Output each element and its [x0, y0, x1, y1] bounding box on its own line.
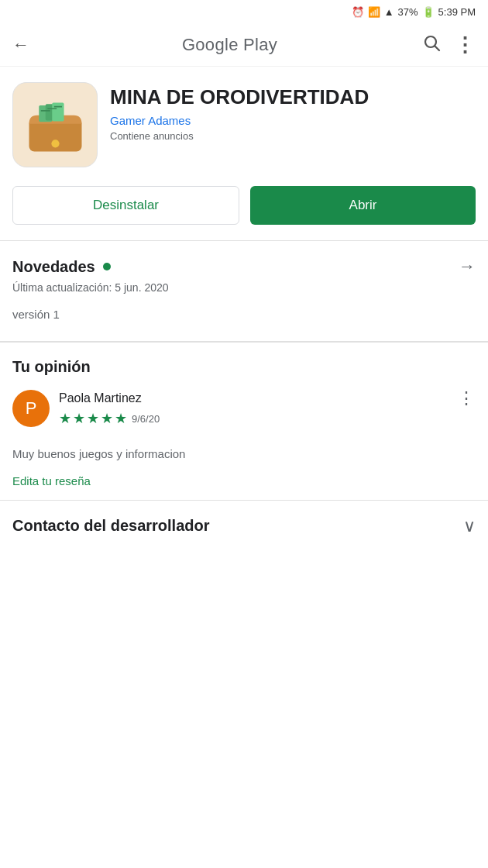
opinion-title: Tu opinión — [12, 358, 476, 376]
stars: ★ ★ ★ ★ ★ — [59, 410, 127, 427]
contacto-chevron-down-icon[interactable]: ∨ — [463, 516, 476, 536]
review-content: Paola Martinez ⋮ ★ ★ ★ ★ ★ 9/6/20 — [59, 390, 476, 436]
novedades-chevron-right-icon[interactable]: → — [459, 257, 476, 277]
review-item: P Paola Martinez ⋮ ★ ★ ★ ★ ★ 9/6/20 — [12, 390, 476, 436]
reviewer-name: Paola Martinez — [59, 391, 142, 405]
status-bar: ⏰ 📶 ▲ 37% 🔋 5:39 PM — [0, 0, 488, 24]
more-options-button[interactable]: ⋮ — [455, 33, 476, 57]
review-text: Muy buenos juegos y informacion — [12, 446, 476, 463]
opinion-section: Tu opinión P Paola Martinez ⋮ ★ ★ ★ ★ ★ … — [0, 342, 488, 500]
nav-icons: ⋮ — [422, 33, 476, 57]
search-button[interactable] — [422, 33, 441, 57]
star-4-icon: ★ — [101, 410, 113, 427]
star-1-icon: ★ — [59, 410, 71, 427]
novedades-title-row: Novedades — [12, 258, 111, 276]
uninstall-button[interactable]: Desinstalar — [12, 186, 239, 225]
battery-icon: 🔋 — [422, 6, 435, 18]
novedades-header: Novedades → — [12, 257, 476, 277]
buttons-row: Desinstalar Abrir — [0, 180, 488, 240]
star-5-icon: ★ — [115, 410, 127, 427]
edit-review-button[interactable]: Edita tu reseña — [12, 474, 476, 487]
review-date: 9/6/20 — [132, 413, 160, 425]
stars-row: ★ ★ ★ ★ ★ 9/6/20 — [59, 410, 476, 427]
star-2-icon: ★ — [73, 410, 85, 427]
back-button[interactable]: ← — [12, 32, 37, 58]
app-icon — [12, 82, 98, 167]
battery-text: 37% — [398, 6, 418, 18]
new-dot-icon — [103, 263, 111, 270]
review-header: Paola Martinez ⋮ — [59, 390, 476, 407]
app-info: MINA DE ORODIVERTIDAD Gamer Adames Conti… — [110, 82, 476, 142]
reviewer-avatar: P — [12, 390, 50, 427]
star-3-icon: ★ — [87, 410, 99, 427]
novedades-title: Novedades — [12, 258, 95, 276]
alarm-icon: ⏰ — [352, 6, 364, 18]
signal-icon: ▲ — [384, 6, 394, 18]
nav-title: Google Play — [37, 35, 422, 55]
app-developer[interactable]: Gamer Adames — [110, 114, 476, 127]
time: 5:39 PM — [438, 6, 476, 18]
app-ads: Contiene anuncios — [110, 130, 476, 142]
novedades-date: Última actualización: 5 jun. 2020 — [12, 281, 476, 294]
open-button[interactable]: Abrir — [250, 186, 476, 225]
status-icons: ⏰ 📶 ▲ 37% 🔋 5:39 PM — [352, 6, 476, 18]
svg-line-1 — [435, 46, 440, 51]
contacto-title: Contacto del desarrollador — [12, 517, 210, 535]
app-header: MINA DE ORODIVERTIDAD Gamer Adames Conti… — [0, 67, 488, 180]
app-name: MINA DE ORODIVERTIDAD — [110, 85, 476, 109]
review-menu-button[interactable]: ⋮ — [458, 390, 476, 407]
version-text: versión 1 — [12, 305, 476, 329]
app-icon-image — [22, 92, 88, 158]
novedades-section: Novedades → Última actualización: 5 jun.… — [0, 241, 488, 341]
top-nav: ← Google Play ⋮ — [0, 24, 488, 67]
svg-point-3 — [51, 140, 59, 147]
contacto-section[interactable]: Contacto del desarrollador ∨ — [0, 500, 488, 552]
svg-rect-6 — [52, 102, 64, 121]
wifi-icon: 📶 — [368, 6, 380, 18]
